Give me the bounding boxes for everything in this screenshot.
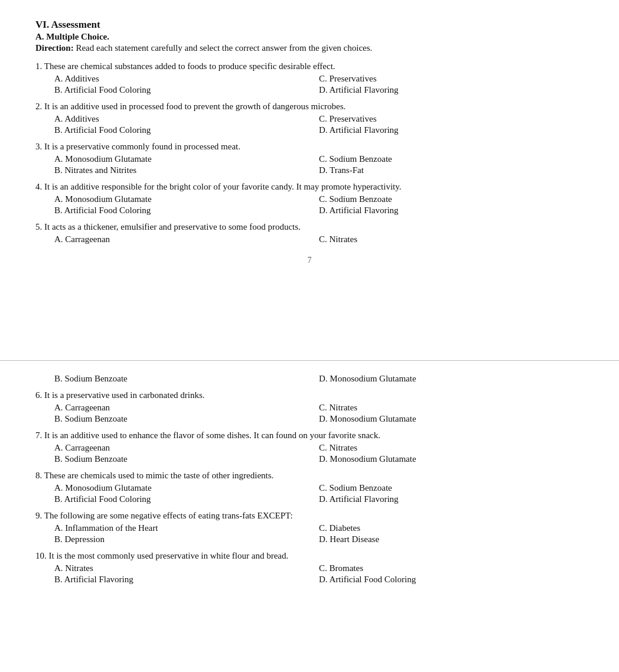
q7-body: It is an additive used to enhance the fl… xyxy=(44,430,380,440)
q4-choice-d: D. Artificial Flavoring xyxy=(319,205,584,216)
q3-body: It is a preservative commonly found in p… xyxy=(44,142,240,151)
q1-choice-c: C. Preservatives xyxy=(319,73,584,84)
q10-text: 10. It is the most commonly used preserv… xyxy=(35,551,584,561)
q2-text: 2. It is an additive used in processed f… xyxy=(35,102,584,112)
q4-choice-b: B. Artificial Food Coloring xyxy=(54,205,319,216)
q8-text: 8. These are chemicals used to mimic the… xyxy=(35,471,584,481)
section-title: VI. Assessment xyxy=(35,19,584,31)
questions-bottom-list: 6. It is a preservative used in carbonat… xyxy=(35,390,584,585)
direction-label: Direction: xyxy=(35,43,74,53)
q3-choice-c: C. Sodium Benzoate xyxy=(319,154,584,165)
q5-choice-c: C. Nitrates xyxy=(319,234,584,245)
q5-continuation: B. Sodium Benzoate D. Monosodium Glutama… xyxy=(35,373,584,384)
q10-body: It is the most commonly used preservativ… xyxy=(49,551,289,560)
q1-choices: A. Additives C. Preservatives B. Artific… xyxy=(54,73,584,96)
page-bottom: B. Sodium Benzoate D. Monosodium Glutama… xyxy=(0,360,619,610)
q3-choice-d: D. Trans-Fat xyxy=(319,165,584,176)
q9-choice-b: B. Depression xyxy=(54,534,319,545)
q7-text: 7. It is an additive used to enhance the… xyxy=(35,430,584,441)
q3-text: 3. It is a preservative commonly found i… xyxy=(35,142,584,152)
q8-choice-c: C. Sodium Benzoate xyxy=(319,482,584,494)
q7-choice-a: A. Carrageenan xyxy=(54,442,319,454)
q10-choice-b: B. Artificial Flavoring xyxy=(54,574,319,585)
q2-choice-d: D. Artificial Flavoring xyxy=(319,125,584,136)
q7-choice-d: D. Monosodium Glutamate xyxy=(319,454,584,465)
q7-number: 7. xyxy=(35,430,44,440)
q1-choice-b: B. Artificial Food Coloring xyxy=(54,84,319,96)
q4-choice-a: A. Monosodium Glutamate xyxy=(54,194,319,205)
question-7: 7. It is an additive used to enhance the… xyxy=(35,430,584,465)
q10-number: 10. xyxy=(35,551,49,560)
question-8: 8. These are chemicals used to mimic the… xyxy=(35,471,584,505)
q5-choice-d: D. Monosodium Glutamate xyxy=(319,373,584,384)
q5-text: 5. It acts as a thickener, emulsifier an… xyxy=(35,222,584,232)
q6-choice-b: B. Sodium Benzoate xyxy=(54,413,319,425)
q8-number: 8. xyxy=(35,471,44,480)
q4-body: It is an additive responsible for the br… xyxy=(44,182,402,191)
q9-choices: A. Inflammation of the Heart C. Diabetes… xyxy=(54,523,584,545)
q1-body: These are chemical substances added to f… xyxy=(44,61,335,71)
q9-choice-d: D. Heart Disease xyxy=(319,534,584,545)
q4-text: 4. It is an additive responsible for the… xyxy=(35,182,584,192)
q8-choice-d: D. Artificial Flavoring xyxy=(319,494,584,505)
q6-number: 6. xyxy=(35,390,44,400)
page-number: 7 xyxy=(35,256,584,265)
q5-choice-a: A. Carrageenan xyxy=(54,234,319,245)
q5-choices-bottom: B. Sodium Benzoate D. Monosodium Glutama… xyxy=(54,373,584,384)
question-10: 10. It is the most commonly used preserv… xyxy=(35,551,584,585)
direction-text: Read each statement carefully and select… xyxy=(76,43,372,53)
question-1: 1. These are chemical substances added t… xyxy=(35,61,584,96)
q5-number: 5. xyxy=(35,222,44,231)
q10-choice-d: D. Artificial Food Coloring xyxy=(319,574,584,585)
q9-choice-c: C. Diabetes xyxy=(319,523,584,534)
q8-body: These are chemicals used to mimic the ta… xyxy=(44,471,274,480)
page: VI. Assessment A. Multiple Choice. Direc… xyxy=(0,0,619,672)
q10-choice-a: A. Nitrates xyxy=(54,563,319,574)
q2-choice-c: C. Preservatives xyxy=(319,113,584,125)
q7-choice-c: C. Nitrates xyxy=(319,442,584,454)
subtitle: A. Multiple Choice. xyxy=(35,32,584,42)
q1-choice-a: A. Additives xyxy=(54,73,319,84)
q4-choice-c: C. Sodium Benzoate xyxy=(319,194,584,205)
page-top: VI. Assessment A. Multiple Choice. Direc… xyxy=(0,0,619,354)
direction: Direction: Read each statement carefully… xyxy=(35,43,584,53)
question-5: 5. It acts as a thickener, emulsifier an… xyxy=(35,222,584,245)
q3-number: 3. xyxy=(35,142,44,151)
q8-choice-b: B. Artificial Food Coloring xyxy=(54,494,319,505)
q6-body: It is a preservative used in carbonated … xyxy=(44,390,205,400)
q9-text: 9. The following are some negative effec… xyxy=(35,511,584,521)
question-6: 6. It is a preservative used in carbonat… xyxy=(35,390,584,425)
q1-choice-d: D. Artificial Flavoring xyxy=(319,84,584,96)
question-3: 3. It is a preservative commonly found i… xyxy=(35,142,584,176)
q1-text: 1. These are chemical substances added t… xyxy=(35,61,584,71)
q7-choice-b: B. Sodium Benzoate xyxy=(54,454,319,465)
q6-choice-a: A. Carrageenan xyxy=(54,402,319,413)
q2-choices: A. Additives C. Preservatives B. Artific… xyxy=(54,113,584,136)
q7-choices: A. Carrageenan C. Nitrates B. Sodium Ben… xyxy=(54,442,584,465)
q10-choices: A. Nitrates C. Bromates B. Artificial Fl… xyxy=(54,563,584,585)
q8-choices: A. Monosodium Glutamate C. Sodium Benzoa… xyxy=(54,482,584,505)
q5-body: It acts as a thickener, emulsifier and p… xyxy=(44,222,301,231)
q6-text: 6. It is a preservative used in carbonat… xyxy=(35,390,584,400)
q4-choices: A. Monosodium Glutamate C. Sodium Benzoa… xyxy=(54,194,584,216)
question-4: 4. It is an additive responsible for the… xyxy=(35,182,584,216)
q3-choice-b: B. Nitrates and Nitrites xyxy=(54,165,319,176)
q6-choice-d: D. Monosodium Glutamate xyxy=(319,413,584,425)
q9-number: 9. xyxy=(35,511,44,520)
q6-choices: A. Carrageenan C. Nitrates B. Sodium Ben… xyxy=(54,402,584,425)
q2-number: 2. xyxy=(35,102,44,111)
q2-body: It is an additive used in processed food… xyxy=(44,102,346,111)
q2-choice-a: A. Additives xyxy=(54,113,319,125)
q5-choice-b: B. Sodium Benzoate xyxy=(54,373,319,384)
question-2: 2. It is an additive used in processed f… xyxy=(35,102,584,136)
q9-choice-a: A. Inflammation of the Heart xyxy=(54,523,319,534)
questions-list: 1. These are chemical substances added t… xyxy=(35,61,584,245)
q9-body: The following are some negative effects … xyxy=(44,511,293,520)
q1-number: 1. xyxy=(35,61,44,71)
q5-choices-partial: A. Carrageenan C. Nitrates xyxy=(54,234,584,245)
q10-choice-c: C. Bromates xyxy=(319,563,584,574)
q6-choice-c: C. Nitrates xyxy=(319,402,584,413)
q4-number: 4. xyxy=(35,182,44,191)
question-9: 9. The following are some negative effec… xyxy=(35,511,584,545)
q3-choices: A. Monosodium Glutamate C. Sodium Benzoa… xyxy=(54,154,584,176)
